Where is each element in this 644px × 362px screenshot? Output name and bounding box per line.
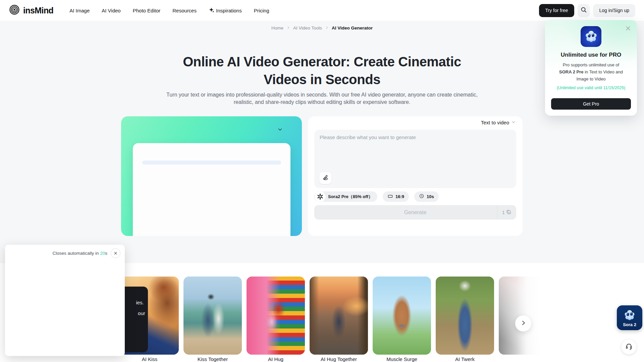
- doodle-pen-button[interactable]: [319, 172, 331, 184]
- brand-name: insMind: [23, 6, 53, 15]
- collapse-chevron-down-icon[interactable]: [277, 126, 283, 134]
- sparkle-icon: [209, 7, 214, 14]
- doodle-pen-icon: [322, 174, 329, 182]
- sora2-badge-label: Sora 2: [623, 322, 636, 327]
- template-label: AI Hug: [247, 356, 305, 362]
- nav-resources[interactable]: Resources: [172, 8, 197, 13]
- generate-button[interactable]: Generate 1: [314, 205, 516, 220]
- sora-app-icon: [581, 26, 601, 47]
- template-label: Muscle Surge: [373, 356, 431, 362]
- preview-card: [133, 143, 290, 236]
- auto-close-popup: Closes automatically in 20s: [5, 245, 125, 356]
- template-label: AI Twerk: [436, 356, 494, 362]
- aspect-ratio-icon: [387, 193, 393, 200]
- topbar-actions: Try for free Log in/Sign up: [539, 4, 635, 17]
- pro-popup-title: Unlimited use for PRO: [545, 52, 637, 58]
- video-preview-panel: [121, 116, 302, 236]
- template-label: AI Kiss: [120, 356, 179, 362]
- template-card-partial[interactable]: [499, 277, 557, 355]
- sora-cloud-icon: [622, 308, 637, 324]
- nav-pricing[interactable]: Pricing: [254, 8, 269, 13]
- breadcrumb-current: AI Video Generator: [332, 25, 373, 31]
- support-button[interactable]: [622, 340, 636, 354]
- pro-body-line1: Pro supports unlimited use of: [563, 62, 619, 67]
- auto-close-seconds: 20: [100, 251, 105, 256]
- preview-card-shimmer: [142, 161, 281, 165]
- thumbnail: [373, 277, 431, 355]
- thumbnail: [183, 277, 242, 355]
- thumbnail: [247, 277, 305, 355]
- credit-cost: 1: [497, 205, 516, 220]
- thumbnail: [436, 277, 494, 355]
- breadcrumb-home[interactable]: Home: [271, 25, 283, 31]
- sora2-floating-badge[interactable]: Sora 2: [617, 305, 642, 330]
- chevron-right-icon: [520, 319, 527, 327]
- main-nav: AI Image AI Video Photo Editor Resources…: [69, 7, 269, 14]
- aspect-ratio-pill[interactable]: 16:9: [383, 191, 409, 202]
- auto-close-header: Closes automatically in 20s: [52, 248, 120, 258]
- prompt-input-container: [314, 130, 516, 188]
- auto-close-suffix: s: [105, 251, 107, 256]
- pro-popup-body: Pro supports unlimited use of SORA 2 Pre…: [545, 61, 637, 82]
- template-card-ai-hug[interactable]: [247, 277, 305, 355]
- overlay-text-fragment: our: [138, 310, 145, 316]
- mode-selector-label: Text to video: [481, 120, 509, 125]
- template-card-muscle-surge[interactable]: [373, 277, 431, 355]
- insmind-logo[interactable]: insMind: [9, 4, 53, 17]
- thumbnail: [310, 277, 368, 355]
- template-label: AI Hug Together: [310, 356, 368, 362]
- model-pill[interactable]: Sora2 Pre（85% off）: [314, 191, 377, 202]
- auto-close-text: Closes automatically in 20s: [52, 251, 107, 256]
- nav-photo-editor[interactable]: Photo Editor: [133, 8, 161, 13]
- prompt-input[interactable]: [314, 130, 516, 169]
- nav-inspirations[interactable]: Inspirations: [209, 7, 242, 14]
- pro-body-line3: Image to Video: [576, 76, 605, 81]
- generate-button-label: Generate: [314, 205, 516, 220]
- generator-panel: Text to video: [308, 116, 523, 236]
- carousel-next-button[interactable]: [515, 315, 531, 331]
- chevron-right-icon: [286, 25, 290, 31]
- credit-image-icon: [506, 209, 512, 216]
- chevron-right-icon: [325, 25, 329, 31]
- headset-icon: [625, 342, 633, 352]
- pro-body-line2: in Text to Video and: [584, 69, 623, 74]
- pro-upgrade-popup: Unlimited use for PRO Pro supports unlim…: [545, 20, 637, 116]
- nav-ai-video[interactable]: AI Video: [102, 8, 120, 13]
- generation-settings: Sora2 Pre（85% off） 16:9 10s: [314, 191, 439, 202]
- get-pro-button[interactable]: Get Pro: [551, 98, 631, 110]
- insmind-logo-icon: [9, 4, 20, 17]
- close-icon[interactable]: [625, 25, 632, 33]
- mode-selector[interactable]: Text to video: [481, 120, 516, 125]
- template-label: Kiss Together: [183, 356, 242, 362]
- duration-pill[interactable]: 10s: [414, 191, 439, 202]
- page: insMind AI Image AI Video Photo Editor R…: [0, 0, 644, 362]
- chevron-down-icon: [511, 120, 516, 125]
- pro-body-model-name: SORA 2 Pre: [559, 69, 584, 74]
- credit-count: 1: [502, 210, 505, 215]
- pro-validity-note: (Unlimited use valid until 11/15/2025): [545, 85, 637, 90]
- search-icon: [580, 6, 587, 15]
- close-circle-button[interactable]: [111, 248, 120, 258]
- top-navigation-bar: insMind AI Image AI Video Photo Editor R…: [0, 0, 644, 21]
- model-pill-label: Sora2 Pre（85% off）: [328, 194, 373, 200]
- fade-overlay: [499, 277, 557, 355]
- template-card-ai-twerk[interactable]: [436, 277, 494, 355]
- template-card-ai-kiss[interactable]: ies. our: [120, 277, 179, 355]
- template-card-kiss-together[interactable]: [183, 277, 242, 355]
- auto-close-prefix: Closes automatically in: [52, 251, 100, 256]
- openai-logo-icon: [315, 191, 326, 202]
- clock-icon: [419, 193, 424, 200]
- duration-label: 10s: [427, 194, 434, 199]
- nav-ai-image[interactable]: AI Image: [69, 8, 90, 13]
- nav-inspirations-label: Inspirations: [216, 8, 242, 13]
- template-card-ai-hug-together[interactable]: [310, 277, 368, 355]
- breadcrumb-ai-video-tools[interactable]: AI Video Tools: [293, 25, 322, 31]
- search-button[interactable]: [578, 4, 590, 17]
- login-signup-button[interactable]: Log in/Sign up: [593, 4, 635, 17]
- overlay-text-fragment: ies.: [136, 300, 144, 305]
- aspect-ratio-label: 16:9: [395, 194, 404, 199]
- try-for-free-button[interactable]: Try for free: [539, 4, 575, 17]
